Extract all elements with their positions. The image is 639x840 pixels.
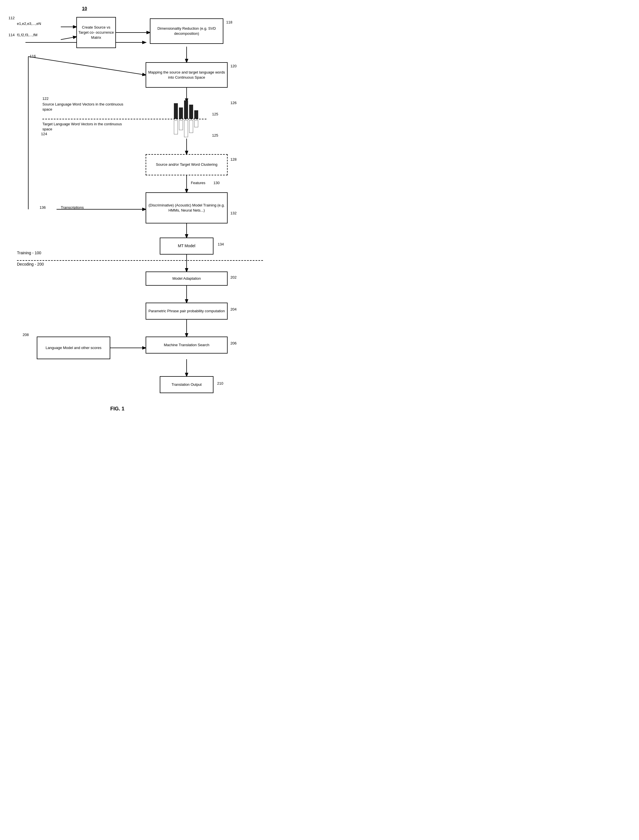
tbar3 (184, 120, 188, 137)
dimensionality-box: Dimensionality Reduction (e.g. SVD decom… (150, 18, 223, 44)
vector-separator (43, 119, 207, 119)
mt-model-box: MT Model (160, 237, 213, 255)
ref-126-label: 126 (230, 100, 237, 105)
target-lang-vec-label: Target Language Word Vectors in the cont… (43, 122, 127, 132)
ref-128-label: 128 (230, 157, 237, 162)
clustering-box: Source and/or Target Word Clustering (146, 154, 227, 175)
tbar2 (179, 120, 183, 130)
model-adaptation-box: Model Adaptation (146, 272, 227, 286)
fig-label: FIG. 1 (110, 406, 124, 412)
source-lang-vec-label: Source Language Word Vectors in the cont… (43, 102, 127, 112)
ref-114-label: 114 (8, 32, 15, 38)
decoding-label: Decoding - 200 (17, 262, 44, 267)
svg-line-16 (61, 37, 76, 40)
parametric-box: Parametric Phrase pair probability compu… (146, 302, 227, 320)
ref-134-label: 134 (218, 242, 224, 247)
transcriptions-label: Transcriptions (61, 205, 84, 210)
ref-210-label: 210 (217, 381, 223, 386)
ref-136-label: 136 (40, 205, 46, 210)
model-training-box: (Discriminative) (Acoustic) Model Traini… (146, 192, 227, 223)
ref-132-label: 132 (230, 211, 237, 216)
bar1 (174, 103, 178, 119)
ref-204-label: 204 (230, 307, 237, 312)
language-model-box: Language Model and other scores (37, 337, 110, 359)
mapping-box: Mapping the source and target language w… (146, 62, 227, 88)
ref-130-label: 130 (213, 180, 220, 186)
ref-10-label: 10 (82, 6, 87, 12)
create-matrix-box: Create Source vs Target co- occurrence M… (76, 17, 116, 48)
bar4 (189, 105, 193, 119)
ref-124-label: 124 (41, 132, 47, 137)
training-label: Training - 100 (17, 250, 41, 256)
tbar4 (189, 120, 193, 133)
ref-202-label: 202 (230, 275, 237, 280)
ref-122-label: 122 (43, 96, 49, 101)
diagram-container: 10 e1,e2,e3,...,eN f1,f2,f3,...,fM 112 1… (0, 0, 320, 420)
ref-125b-label: 125 (212, 133, 218, 138)
e-vars-label: e1,e2,e3,...,eN (17, 21, 41, 26)
ref-125a-label: 125 (212, 112, 218, 117)
target-bars-vis (174, 120, 198, 137)
f-vars-label: f1,f2,f3,...,fM (17, 32, 37, 38)
ref-112-label: 112 (8, 16, 15, 21)
bar3 (184, 100, 188, 119)
ref-206-label: 206 (230, 341, 237, 346)
svg-line-5 (28, 57, 146, 75)
tbar1 (174, 120, 178, 134)
source-bars-vis (174, 100, 198, 119)
ref-120-label: 120 (230, 64, 237, 69)
ref-208-label: 208 (22, 332, 29, 337)
ref-118-label: 118 (226, 20, 232, 25)
mt-search-box: Machine Translation Search (146, 337, 227, 353)
bar2 (179, 108, 183, 119)
bar5 (194, 110, 198, 119)
features-label: Features (191, 180, 205, 186)
ref-116-label: 116 (30, 54, 36, 59)
translation-output-box: Translation Output (160, 376, 213, 393)
tbar5 (194, 120, 198, 127)
training-decoding-separator (17, 260, 263, 261)
